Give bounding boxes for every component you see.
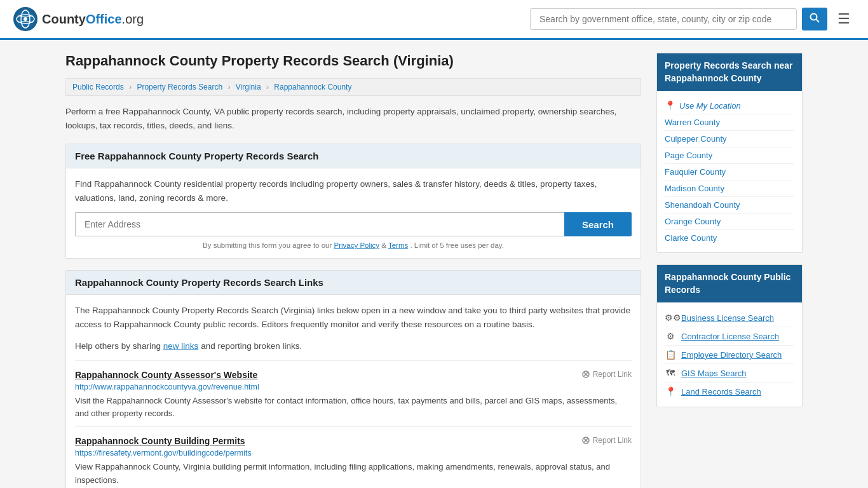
link-url-assessor: http://www.rappahannockcountyva.gov/reve… [75,383,632,391]
link-url-permits: https://firesafety.vermont.gov/buildingc… [75,449,632,458]
breadcrumb-rappahannock[interactable]: Rappahannock County [274,83,351,92]
search-button[interactable]: Search [564,212,632,236]
page-description: Perform a free Rappahannock County, VA p… [65,105,641,132]
main-container: Rappahannock County Property Records Sea… [53,40,815,488]
page-title: Rappahannock County Property Records Sea… [65,53,641,69]
sidebar: Property Records Search near Rappahannoc… [656,53,803,488]
public-records-body: ⚙⚙ Business License Search ⚙ Contractor … [657,302,802,407]
link-item-assessor: Rappahannock County Assessor's Website R… [75,360,632,426]
svg-line-6 [817,20,820,23]
privacy-policy-link[interactable]: Privacy Policy [334,241,380,249]
land-icon: 📍 [665,386,676,396]
report-link-permits[interactable]: Report Link [581,436,632,445]
free-search-description: Find Rappahannock County residential pro… [75,177,632,205]
gear-icon: ⚙⚙ [665,313,676,323]
free-search-body: Find Rappahannock County residential pro… [66,168,641,258]
form-note: By submitting this form you agree to our… [75,241,632,249]
sidebar-county-clarke[interactable]: Clarke County [665,230,794,246]
sidebar-county-shenandoah[interactable]: Shenandoah County [665,197,794,214]
nearby-counties-box: Property Records Search near Rappahannoc… [656,53,803,253]
sidebar-county-page[interactable]: Page County [665,147,794,164]
header-search-input[interactable] [530,8,797,30]
sidebar-county-culpeper[interactable]: Culpeper County [665,131,794,147]
breadcrumb-property-records[interactable]: Property Records Search [137,83,222,92]
public-records-box: Rappahannock County Public Records ⚙⚙ Bu… [656,264,803,407]
header-search-area: ☰ [530,8,855,30]
breadcrumb: Public Records › Property Records Search… [65,78,641,96]
use-my-location: 📍 Use My Location [665,97,794,114]
use-my-location-link[interactable]: Use My Location [679,101,741,111]
link-desc-assessor: Visit the Rappahannock County Assessor's… [75,395,632,420]
sidebar-record-land-records[interactable]: 📍 Land Records Search [665,383,794,400]
link-title-assessor: Rappahannock County Assessor's Website [75,370,257,380]
header-search-button[interactable] [802,8,827,30]
header-menu-button[interactable]: ☰ [832,8,855,30]
breadcrumb-virginia[interactable]: Virginia [236,83,261,92]
logo-text: CountyOffice.org [42,12,144,27]
sidebar-record-employee-directory[interactable]: 📋 Employee Directory Search [665,346,794,364]
site-header: CountyOffice.org ☰ [0,0,868,40]
links-section: Rappahannock County Property Records Sea… [65,270,641,488]
address-input[interactable] [75,212,564,236]
address-search-row: Search [75,212,632,236]
terms-link[interactable]: Terms [388,241,408,249]
directory-icon: 📋 [665,349,676,360]
share-new-links[interactable]: new links [163,341,199,351]
links-section-header: Rappahannock County Property Records Sea… [66,271,641,295]
link-desc-permits: View Rappahannock County, Virginia build… [75,461,632,486]
sidebar-record-gis-maps[interactable]: 🗺 GIS Maps Search [665,364,794,383]
svg-point-5 [811,14,817,20]
sidebar-county-orange[interactable]: Orange County [665,214,794,230]
links-section-body: The Rappahannock County Property Records… [66,295,641,488]
free-search-header: Free Rappahannock County Property Record… [66,144,641,168]
main-content: Rappahannock County Property Records Sea… [65,53,641,488]
map-icon: 🗺 [665,368,676,378]
links-description: The Rappahannock County Property Records… [75,304,632,331]
sidebar-county-warren[interactable]: Warren County [665,114,794,131]
sidebar-county-fauquier[interactable]: Fauquier County [665,164,794,180]
report-link-assessor[interactable]: Report Link [581,370,632,379]
sidebar-county-madison[interactable]: Madison County [665,180,794,197]
breadcrumb-public-records[interactable]: Public Records [72,83,124,92]
location-pin-icon: 📍 [665,100,675,111]
sidebar-record-contractor-license[interactable]: ⚙ Contractor License Search [665,327,794,346]
link-item-permits: Rappahannock County Building Permits Rep… [75,426,632,488]
logo-area: CountyOffice.org [13,6,144,32]
link-title-permits: Rappahannock County Building Permits [75,436,245,446]
nearby-counties-header: Property Records Search near Rappahannoc… [657,53,802,91]
gear-single-icon: ⚙ [665,331,676,341]
logo-icon [13,6,38,32]
public-records-header: Rappahannock County Public Records [657,265,802,302]
sidebar-record-business-license[interactable]: ⚙⚙ Business License Search [665,309,794,327]
free-search-section: Free Rappahannock County Property Record… [65,144,641,259]
share-line: Help others by sharing new links and rep… [75,339,632,353]
nearby-counties-body: 📍 Use My Location Warren County Culpeper… [657,91,802,252]
svg-point-4 [24,17,27,21]
